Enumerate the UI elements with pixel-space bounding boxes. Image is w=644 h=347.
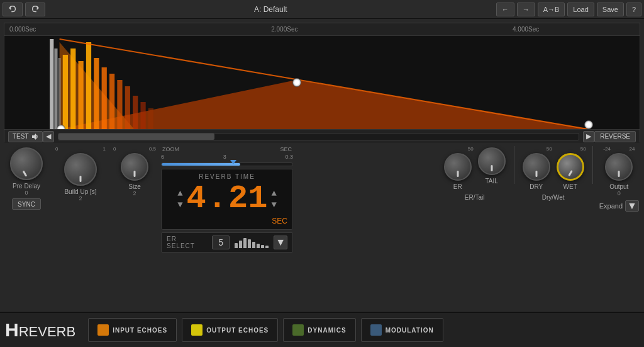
size-scale-left: 0 xyxy=(113,146,116,152)
reverb-down-arrow-right[interactable]: ▼ xyxy=(271,200,276,209)
er-bars-viz xyxy=(235,237,269,248)
expand-label: Expand xyxy=(599,202,623,210)
control-node-start[interactable] xyxy=(57,125,65,129)
er-knob[interactable] xyxy=(444,153,472,181)
divider-1 xyxy=(514,146,514,184)
tail-knob[interactable] xyxy=(478,147,506,175)
arrow-left-button[interactable]: ← xyxy=(496,3,514,16)
size-value: 2 xyxy=(133,190,136,196)
size-knob[interactable] xyxy=(121,153,148,181)
output-knob[interactable] xyxy=(605,153,633,181)
scroll-right-button[interactable]: ▶ xyxy=(583,131,594,142)
help-button[interactable]: ? xyxy=(626,3,641,16)
knobs-left: Pre Delay 0 SYNC 0 1 Build Up [s] 2 0 xyxy=(5,146,156,308)
er-bar-1 xyxy=(235,243,238,248)
dry-knob[interactable] xyxy=(523,153,550,181)
er-knob-group: 50 ER xyxy=(442,146,474,190)
er-bar-8 xyxy=(265,246,269,248)
er-bar-7 xyxy=(261,245,264,248)
ruler-mark-1: 2.000Sec xyxy=(271,26,297,33)
reverb-sec-label: SEC xyxy=(167,217,287,225)
expand-button[interactable]: ▼ xyxy=(625,200,639,212)
er-bar-4 xyxy=(248,239,251,248)
pre-delay-label: Pre Delay xyxy=(13,183,40,190)
output-echoes-label: OUTPUT ECHOES xyxy=(206,327,269,334)
er-dropdown-button[interactable]: ▼ xyxy=(274,236,287,249)
output-echoes-button[interactable]: OUTPUT ECHOES xyxy=(182,318,278,342)
output-indicator xyxy=(618,171,620,177)
zoom-fill xyxy=(162,163,240,166)
modulation-button[interactable]: MODULATION xyxy=(361,318,443,342)
reverb-visualization xyxy=(4,36,640,129)
reverb-time-display: REVERB TIME ▲ ▼ 4 . 21 ▲ ▼ SEC xyxy=(161,169,293,230)
dry-scale: 50 xyxy=(521,146,552,152)
ab-button[interactable]: A→B xyxy=(538,3,565,16)
input-echoes-color-box xyxy=(97,324,109,336)
ruler-mark-2: 4.000Sec xyxy=(513,26,539,33)
er-bar-2 xyxy=(239,241,242,248)
sync-button[interactable]: SYNC xyxy=(12,198,41,210)
er-bar-5 xyxy=(252,242,255,248)
center-section: ZOOM SEC 6 3 0.3 xyxy=(161,146,293,308)
input-echoes-button[interactable]: INPUT ECHOES xyxy=(88,318,177,342)
modulation-color-box xyxy=(370,324,382,336)
control-node-end[interactable] xyxy=(584,120,593,129)
undo-button[interactable] xyxy=(3,3,23,16)
test-button[interactable]: TEST xyxy=(8,131,43,142)
er-tail-label: ER/Tail xyxy=(465,194,485,201)
svg-rect-10 xyxy=(109,74,114,129)
er-label: ER xyxy=(453,183,462,190)
brand-h: H xyxy=(5,319,19,340)
bottom-bar: HREVERB INPUT ECHOES OUTPUT ECHOES DYNAM… xyxy=(0,312,644,347)
svg-rect-5 xyxy=(70,48,75,129)
build-up-value: 2 xyxy=(79,195,82,202)
svg-rect-9 xyxy=(102,67,107,129)
wet-scale-right: 50 xyxy=(580,146,586,152)
zoom-label: ZOOM xyxy=(162,146,179,152)
zoom-track[interactable] xyxy=(161,162,293,166)
wet-knob-group: 50 WET xyxy=(555,146,586,190)
svg-rect-17 xyxy=(54,48,57,129)
wet-knob[interactable] xyxy=(557,153,584,181)
er-bar-6 xyxy=(257,244,260,248)
svg-rect-16 xyxy=(50,39,53,129)
svg-rect-11 xyxy=(117,80,122,129)
svg-rect-4 xyxy=(63,55,68,129)
er-select-value[interactable]: 5 xyxy=(212,236,230,249)
load-button[interactable]: Load xyxy=(567,3,594,16)
redo-icon xyxy=(31,5,40,14)
build-up-label: Build Up [s] xyxy=(64,188,96,195)
redo-button[interactable] xyxy=(25,3,45,16)
pre-delay-knob[interactable] xyxy=(10,147,43,180)
reverb-down-arrow-left[interactable]: ▼ xyxy=(177,200,182,209)
scroll-area[interactable] xyxy=(58,133,580,140)
output-scale-left: -24 xyxy=(603,146,611,152)
reverb-arrows-left: ▲ ▼ xyxy=(177,189,182,209)
reverb-up-arrow-right[interactable]: ▲ xyxy=(271,189,276,198)
reverse-button[interactable]: REVERSE xyxy=(594,131,636,142)
size-scale: 0 0.5 xyxy=(113,146,156,152)
output-scale: -24 24 xyxy=(603,146,635,152)
dry-label: DRY xyxy=(530,183,543,190)
dynamics-button[interactable]: DYNAMICS xyxy=(283,318,355,342)
display-canvas[interactable] xyxy=(4,36,640,129)
build-up-knob[interactable] xyxy=(64,153,97,186)
dynamics-label: DYNAMICS xyxy=(308,327,346,334)
reverb-up-arrow-left[interactable]: ▲ xyxy=(177,189,182,198)
control-node-mid[interactable] xyxy=(292,78,301,87)
save-button[interactable]: Save xyxy=(597,3,624,16)
top-bar-right: ← → A→B Load Save ? xyxy=(496,3,641,16)
svg-rect-13 xyxy=(133,96,138,129)
preset-name: A: Default xyxy=(48,5,494,14)
modulation-label: MODULATION xyxy=(386,327,434,334)
wet-indicator xyxy=(568,170,573,176)
scroll-left-button[interactable]: ◀ xyxy=(43,131,54,142)
svg-rect-12 xyxy=(125,86,130,129)
dry-scale-right: 50 xyxy=(547,146,552,152)
brand-logo: HREVERB xyxy=(5,319,75,341)
dry-indicator xyxy=(535,171,537,177)
arrow-right-button[interactable]: → xyxy=(517,3,535,16)
pre-delay-indicator xyxy=(23,171,28,177)
svg-rect-14 xyxy=(140,102,145,129)
reverb-arrows-right: ▲ ▼ xyxy=(271,189,276,209)
